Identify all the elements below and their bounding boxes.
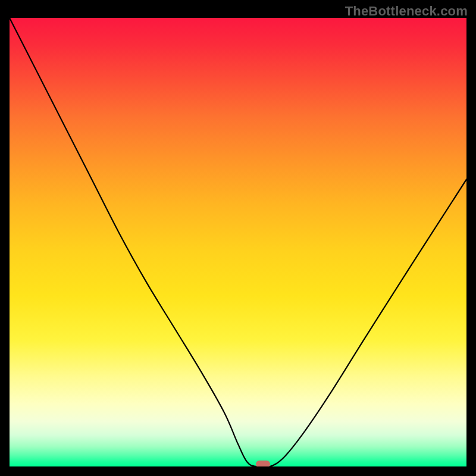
chart-frame: TheBottleneck.com [0, 0, 476, 476]
bottleneck-curve [10, 18, 466, 466]
plot-area [10, 18, 466, 466]
watermark-text: TheBottleneck.com [345, 4, 468, 19]
optimal-point-marker [256, 461, 270, 466]
